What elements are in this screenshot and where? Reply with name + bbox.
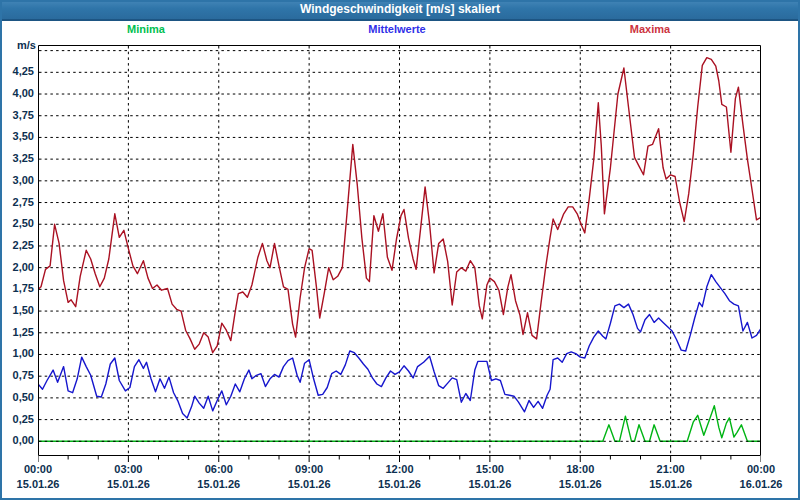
x-tick-date-label: 15.01.26 [197, 478, 240, 490]
x-tick-time-label: 12:00 [385, 463, 413, 475]
x-tick-time-label: 00:00 [747, 463, 775, 475]
x-tick-date-label: 16.01.26 [740, 478, 783, 490]
x-tick-date-label: 15.01.26 [649, 478, 692, 490]
x-tick-date-label: 15.01.26 [17, 478, 60, 490]
x-tick-date-label: 15.01.26 [107, 478, 150, 490]
x-tick-date-label: 15.01.26 [559, 478, 602, 490]
x-axis-labels: 00:0015.01.2603:0015.01.2606:0015.01.260… [0, 0, 800, 500]
x-tick-time-label: 00:00 [24, 463, 52, 475]
x-tick-date-label: 15.01.26 [378, 478, 421, 490]
x-tick-date-label: 15.01.26 [468, 478, 511, 490]
x-tick-time-label: 09:00 [295, 463, 323, 475]
x-tick-date-label: 15.01.26 [288, 478, 331, 490]
x-tick-time-label: 15:00 [476, 463, 504, 475]
x-tick-time-label: 21:00 [657, 463, 685, 475]
app-window: Windgeschwindigkeit [m/s] skaliert Minim… [0, 0, 800, 500]
x-tick-time-label: 06:00 [205, 463, 233, 475]
x-tick-time-label: 18:00 [566, 463, 594, 475]
x-tick-time-label: 03:00 [114, 463, 142, 475]
